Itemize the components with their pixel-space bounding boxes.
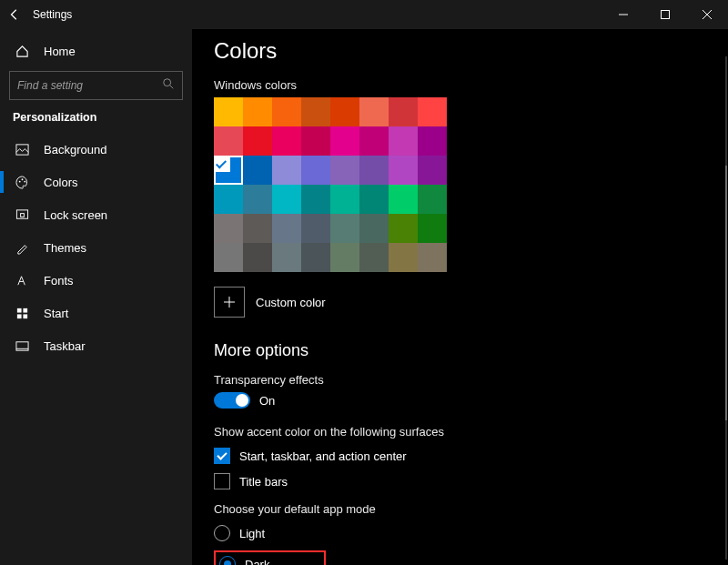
sidebar-item-background[interactable]: Background <box>0 133 192 166</box>
color-swatch[interactable] <box>330 185 359 214</box>
color-swatch[interactable] <box>243 243 272 272</box>
color-swatch[interactable] <box>418 185 447 214</box>
color-swatch[interactable] <box>418 243 447 272</box>
color-swatch[interactable] <box>359 126 389 156</box>
color-swatch[interactable] <box>272 243 301 272</box>
color-swatch[interactable] <box>389 185 418 214</box>
color-swatch[interactable] <box>389 126 418 156</box>
color-swatch[interactable] <box>330 97 359 126</box>
color-swatch[interactable] <box>330 156 359 185</box>
radio-label: Light <box>239 527 265 540</box>
check-label: Start, taskbar, and action center <box>239 449 407 463</box>
color-swatch[interactable] <box>418 156 447 185</box>
color-swatch[interactable] <box>272 97 301 126</box>
svg-rect-6 <box>15 144 27 154</box>
fonts-icon <box>13 274 31 288</box>
color-swatch[interactable] <box>389 156 418 185</box>
color-swatch[interactable] <box>359 243 389 272</box>
color-swatch[interactable] <box>359 156 389 185</box>
color-swatch[interactable] <box>301 214 330 243</box>
color-swatch[interactable] <box>301 156 330 185</box>
minimize-button[interactable] <box>602 0 644 29</box>
svg-rect-11 <box>20 213 24 217</box>
search-input[interactable] <box>17 79 162 92</box>
sidebar-item-label: Start <box>44 307 68 320</box>
color-swatch[interactable] <box>243 214 272 243</box>
color-swatch[interactable] <box>272 126 301 156</box>
sidebar-item-label: Themes <box>44 241 86 255</box>
svg-point-7 <box>18 180 20 182</box>
color-swatch[interactable] <box>214 214 243 243</box>
color-swatch[interactable] <box>389 243 418 272</box>
sidebar-item-colors[interactable]: Colors <box>0 166 192 198</box>
sidebar-item-fonts[interactable]: Fonts <box>0 264 192 297</box>
sidebar-item-start[interactable]: Start <box>0 297 192 329</box>
svg-rect-13 <box>23 308 27 312</box>
svg-point-8 <box>21 178 23 180</box>
color-swatch[interactable] <box>301 185 330 214</box>
close-button[interactable] <box>686 0 728 29</box>
app-mode-label: Choose your default app mode <box>214 502 706 516</box>
color-swatch[interactable] <box>214 185 243 214</box>
sidebar-item-themes[interactable]: Themes <box>0 231 192 264</box>
color-swatch[interactable] <box>243 97 272 126</box>
color-swatch[interactable] <box>359 214 389 243</box>
back-button[interactable] <box>0 0 29 29</box>
color-swatch[interactable] <box>272 214 301 243</box>
radio-dark[interactable]: Dark <box>219 556 269 565</box>
radio-selected-icon <box>219 556 236 565</box>
search-box[interactable] <box>9 71 183 100</box>
color-swatch[interactable] <box>359 185 389 214</box>
svg-rect-1 <box>662 11 670 19</box>
color-swatch[interactable] <box>389 214 418 243</box>
color-swatch[interactable] <box>272 156 301 185</box>
color-swatch[interactable] <box>418 126 447 156</box>
color-swatch[interactable] <box>301 97 330 126</box>
titlebar: Settings <box>0 0 728 29</box>
color-swatch[interactable] <box>272 185 301 214</box>
color-swatch[interactable] <box>330 214 359 243</box>
color-swatch[interactable] <box>330 243 359 272</box>
svg-point-4 <box>164 79 171 86</box>
maximize-button[interactable] <box>644 0 686 29</box>
radio-unselected-icon <box>214 525 230 541</box>
radio-label: Dark <box>245 558 269 566</box>
color-swatch[interactable] <box>301 126 330 156</box>
color-swatch[interactable] <box>214 156 243 185</box>
color-swatch[interactable] <box>359 97 389 126</box>
checkbox-checked-icon <box>214 448 230 464</box>
color-swatch[interactable] <box>389 97 418 126</box>
color-swatch[interactable] <box>418 214 447 243</box>
color-swatch[interactable] <box>243 156 272 185</box>
color-swatch[interactable] <box>214 126 243 156</box>
home-icon <box>13 45 31 58</box>
taskbar-icon <box>13 339 31 353</box>
custom-color-button[interactable]: Custom color <box>214 287 706 318</box>
more-options-header: More options <box>214 341 706 360</box>
color-swatch[interactable] <box>243 126 272 156</box>
color-swatch[interactable] <box>214 97 243 126</box>
scrollbar[interactable] <box>725 56 727 560</box>
palette-icon <box>13 176 31 189</box>
transparency-label: Transparency effects <box>214 373 706 387</box>
body: Home Personalization Background Colors L… <box>0 29 728 565</box>
highlight-annotation: Dark <box>214 550 326 565</box>
accent-surfaces-label: Show accent color on the following surfa… <box>214 425 706 439</box>
start-icon <box>13 307 31 320</box>
color-swatch[interactable] <box>243 185 272 214</box>
color-swatch[interactable] <box>330 126 359 156</box>
radio-light[interactable]: Light <box>214 525 706 541</box>
transparency-toggle[interactable] <box>214 392 250 409</box>
svg-line-5 <box>170 86 174 89</box>
svg-rect-12 <box>16 308 21 312</box>
check-start-taskbar[interactable]: Start, taskbar, and action center <box>214 448 706 464</box>
sidebar-item-lockscreen[interactable]: Lock screen <box>0 198 192 231</box>
check-title-bars[interactable]: Title bars <box>214 473 706 489</box>
home-button[interactable]: Home <box>0 35 192 67</box>
sidebar-item-label: Background <box>44 143 106 156</box>
color-swatch[interactable] <box>214 243 243 272</box>
search-icon <box>162 77 175 94</box>
color-swatch[interactable] <box>301 243 330 272</box>
color-swatch[interactable] <box>418 97 447 126</box>
sidebar-item-taskbar[interactable]: Taskbar <box>0 329 192 362</box>
